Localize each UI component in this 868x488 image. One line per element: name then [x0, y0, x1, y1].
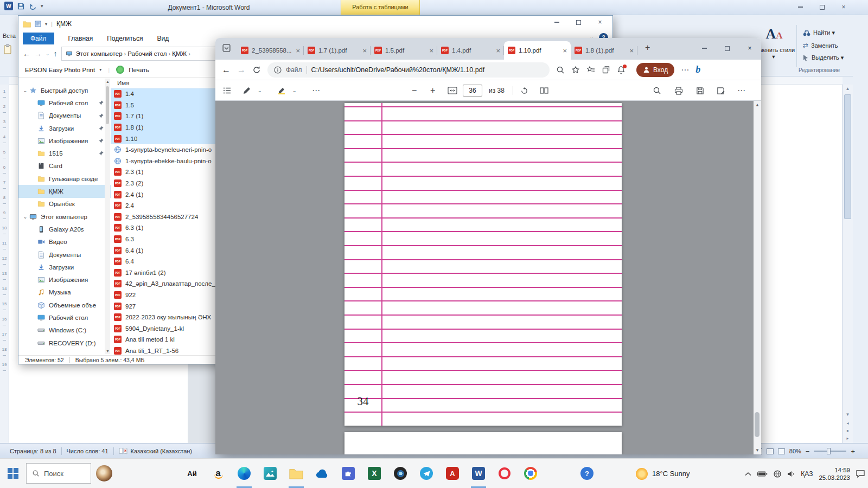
chevron-down-icon[interactable]: ⌄ — [22, 88, 29, 93]
zoom-slider-thumb[interactable] — [827, 448, 831, 454]
zoom-out-icon[interactable]: − — [806, 447, 810, 455]
info-icon[interactable] — [274, 66, 282, 74]
network-icon[interactable] — [774, 470, 781, 478]
outline-view-icon[interactable] — [767, 448, 774, 454]
weather-widget[interactable]: 18°C Sunny — [636, 459, 690, 488]
alerts-bell-icon[interactable] — [617, 66, 626, 74]
chevron-down-icon[interactable]: ⌄ — [22, 214, 29, 220]
word-vertical-scrollbar[interactable]: ▲ ▼ ◂ ● ▸ — [842, 85, 853, 443]
start-button[interactable] — [0, 459, 26, 488]
taskbar-app-telegram[interactable] — [413, 459, 439, 488]
sidebar-item-14[interactable]: Загрузки — [18, 261, 111, 273]
taskbar-app-excel[interactable]: X — [361, 459, 387, 488]
sidebar-item-5[interactable]: 1515 — [18, 147, 111, 159]
sidebar-item-18[interactable]: Рабочий стол — [18, 311, 111, 324]
sidebar-item-4[interactable]: Изображения — [18, 134, 111, 147]
taskbar-app-amazon[interactable]: a — [205, 459, 231, 488]
select-button[interactable]: Выделить ▾ — [803, 54, 844, 61]
explorer-close-button[interactable]: × — [592, 17, 608, 27]
sidebar-item-11[interactable]: Galaxy A20s — [18, 223, 111, 235]
browser-tab-1[interactable]: PDF1.7 (1).pdf× — [304, 41, 371, 60]
scroll-down-icon[interactable]: ▼ — [106, 349, 110, 353]
zoom-in-icon[interactable]: + — [430, 80, 435, 101]
language-indicator[interactable]: ҚАЗ — [801, 470, 813, 478]
save-icon[interactable] — [696, 80, 704, 101]
clock[interactable]: 14:59 25.03.2023 — [819, 466, 850, 481]
draft-view-icon[interactable] — [778, 448, 785, 454]
qat-customize-caret-icon[interactable]: ▾ — [41, 3, 43, 9]
shell-shortcut-icon[interactable] — [91, 459, 117, 488]
toc-icon[interactable] — [223, 80, 232, 101]
tab-close-icon[interactable]: × — [296, 47, 300, 55]
previous-page-icon[interactable]: ◂ — [843, 421, 853, 426]
save-icon[interactable] — [17, 2, 25, 10]
word-minimize-button[interactable] — [792, 2, 808, 12]
scrollbar-thumb[interactable] — [106, 86, 109, 124]
highlighter-icon[interactable] — [277, 80, 286, 101]
zoom-level[interactable]: 80% — [789, 448, 801, 454]
paste-button-partial[interactable]: Вста — [3, 33, 16, 39]
more-tools-icon[interactable]: ⋯ — [312, 80, 320, 101]
scroll-up-icon[interactable]: ▲ — [843, 86, 853, 91]
draw-pen-icon[interactable] — [242, 80, 251, 101]
menu-item-Поделиться[interactable]: Поделиться — [107, 35, 143, 42]
sidebar-item-1[interactable]: Рабочий стол — [18, 97, 111, 109]
sidebar-item-0[interactable]: ⌄Быстрый доступ — [18, 84, 111, 97]
signin-button[interactable]: Вход — [636, 63, 674, 77]
forward-icon[interactable]: → — [34, 49, 42, 58]
word-close-button[interactable]: × — [835, 2, 852, 12]
scroll-down-icon[interactable]: ▼ — [755, 448, 760, 453]
select-browse-object-icon[interactable]: ● — [843, 428, 853, 433]
browser-tab-4[interactable]: PDF1.10.pdf× — [504, 41, 571, 60]
change-styles-icon[interactable]: АА — [758, 26, 790, 42]
menu-item-Вид[interactable]: Вид — [157, 35, 169, 42]
zoom-slider[interactable] — [814, 451, 846, 452]
sidebar-item-3[interactable]: Загрузки — [18, 122, 111, 134]
find-button[interactable]: Найти ▾ — [803, 29, 835, 36]
taskbar-app-photos[interactable] — [257, 459, 283, 488]
battery-icon[interactable] — [757, 471, 768, 477]
sidebar-item-20[interactable]: RECOVERY (D:) — [18, 337, 111, 349]
tab-actions-menu-icon[interactable] — [222, 43, 231, 53]
sidebar-item-19[interactable]: Windows (C:) — [18, 324, 111, 337]
word-restore-button[interactable] — [814, 2, 830, 12]
word-word-count[interactable]: Число слов: 41 — [67, 448, 108, 454]
new-tab-icon[interactable]: + — [645, 43, 650, 53]
explorer-minimize-button[interactable] — [548, 17, 565, 27]
tab-close-icon[interactable]: × — [629, 47, 634, 55]
zoom-in-icon[interactable]: + — [851, 447, 855, 455]
sidebar-item-12[interactable]: Видео — [18, 236, 111, 248]
print-icon[interactable] — [674, 80, 683, 101]
back-icon[interactable]: ← — [222, 65, 231, 75]
taskbar-app-camera[interactable] — [387, 459, 413, 488]
pdf-next-page[interactable] — [344, 432, 622, 454]
taskbar-app-ai[interactable]: Ай — [179, 459, 205, 488]
favorites-hub-icon[interactable] — [586, 66, 595, 74]
taskbar-app-explorer[interactable] — [283, 459, 309, 488]
page-number-input[interactable] — [463, 85, 482, 97]
tab-close-icon[interactable]: × — [563, 47, 567, 55]
tab-close-icon[interactable]: × — [362, 47, 367, 55]
replace-button[interactable]: ⇄ Заменить — [803, 42, 838, 49]
edge-close-button[interactable]: × — [738, 38, 761, 59]
taskbar-app-puzzle[interactable] — [335, 459, 361, 488]
breadcrumb-separator-icon[interactable]: › — [123, 50, 128, 57]
sidebar-item-6[interactable]: Card — [18, 160, 111, 172]
rotate-icon[interactable] — [520, 80, 528, 101]
pdf-viewport[interactable]: 34 ▲ ▼ — [215, 101, 761, 454]
highlighter-options-caret-icon[interactable]: ⌄ — [292, 80, 297, 101]
taskbar-app-acrobat[interactable]: A — [439, 459, 465, 488]
pdf-scrollbar[interactable]: ▲ ▼ — [754, 101, 761, 454]
edge-minimize-button[interactable] — [693, 38, 716, 59]
breadcrumb-separator-icon[interactable]: › — [187, 50, 190, 57]
sidebar-item-15[interactable]: Изображения — [18, 273, 111, 286]
browser-tab-3[interactable]: PDF1.4.pdf× — [437, 41, 504, 60]
breadcrumb-segment[interactable]: Рабочий стол — [127, 50, 167, 57]
fit-to-width-icon[interactable] — [448, 80, 457, 101]
scroll-down-icon[interactable]: ▼ — [843, 412, 853, 417]
save-as-icon[interactable] — [717, 80, 725, 101]
taskbar-app-help[interactable]: ? — [574, 459, 600, 488]
tab-close-icon[interactable]: × — [496, 47, 500, 55]
recent-locations-caret-icon[interactable]: ⌄ — [46, 51, 50, 56]
browser-tab-5[interactable]: PDF1.8 (1).pdf× — [571, 41, 637, 60]
